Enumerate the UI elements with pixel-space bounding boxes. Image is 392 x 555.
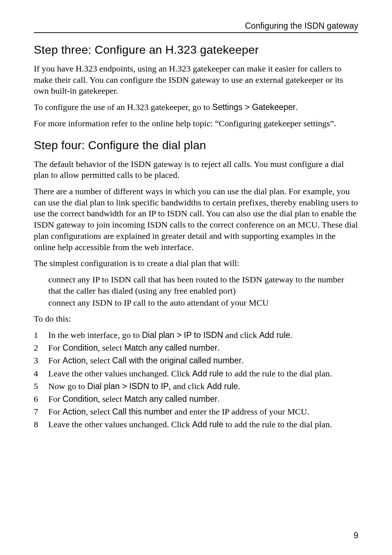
text-run: . bbox=[238, 381, 240, 391]
ui-path-settings-gatekeeper: Settings > Gatekeeper bbox=[212, 102, 296, 112]
text-run: Now go to bbox=[48, 381, 87, 391]
ui-label-add-rule: Add rule bbox=[259, 330, 290, 340]
ui-label-add-rule: Add rule bbox=[207, 381, 238, 391]
text-run: and enter the IP address of your MCU. bbox=[172, 407, 309, 416]
text-run: Leave the other values unchanged. Click bbox=[48, 369, 192, 378]
text-run: Leave the other values unchanged. Click bbox=[48, 420, 192, 429]
text-run: To configure the use of an H.323 gatekee… bbox=[34, 102, 212, 112]
text-run: For bbox=[48, 394, 62, 404]
text-run: , select bbox=[86, 356, 112, 365]
ui-label-add-rule: Add rule bbox=[192, 369, 224, 378]
step-item: In the web interface, go to Dial plan > … bbox=[34, 330, 358, 341]
text-run: , select bbox=[98, 343, 124, 352]
step-item: For Condition, select Match any called n… bbox=[34, 342, 358, 354]
heading-step-three: Step three: Configure an H.323 gatekeepe… bbox=[34, 43, 358, 57]
step-item: Leave the other values unchanged. Click … bbox=[34, 368, 358, 379]
ui-path-dial-plan-isdn-to-ip: Dial plan > ISDN to IP bbox=[87, 381, 168, 391]
numbered-steps: In the web interface, go to Dial plan > … bbox=[34, 330, 358, 430]
ui-label-call-original-number: Call with the original called number bbox=[112, 356, 242, 365]
body-text: There are a number of different ways in … bbox=[34, 186, 358, 253]
heading-step-four: Step four: Configure the dial plan bbox=[34, 139, 358, 152]
text-run: In the web interface, go to bbox=[48, 330, 142, 340]
text-run: . bbox=[242, 356, 244, 365]
text-run: and click bbox=[223, 330, 259, 340]
step-item: For Action, select Call with the origina… bbox=[34, 355, 358, 366]
body-text: To configure the use of an H.323 gatekee… bbox=[34, 102, 358, 113]
document-page: Configuring the ISDN gateway Step three:… bbox=[0, 0, 392, 555]
step-item: Now go to Dial plan > ISDN to IP, and cl… bbox=[34, 381, 358, 392]
text-run: . bbox=[290, 330, 293, 340]
header-rule bbox=[34, 32, 358, 33]
page-number: 9 bbox=[354, 531, 358, 540]
text-run: , select bbox=[86, 407, 112, 416]
bullet-block: connect any IP to ISDN call that has bee… bbox=[48, 274, 358, 308]
step-item: For Condition, select Match any called n… bbox=[34, 393, 358, 405]
list-item: connect any ISDN to IP call to the auto … bbox=[48, 297, 358, 309]
text-run: For bbox=[48, 343, 62, 352]
ui-label-match-any-called-number: Match any called number bbox=[124, 394, 217, 404]
ui-label-condition: Condition bbox=[62, 394, 98, 404]
ui-label-call-this-number: Call this number bbox=[112, 407, 172, 416]
list-item: connect any IP to ISDN call that has bee… bbox=[48, 274, 358, 296]
body-text: The simplest configuration is to create … bbox=[34, 258, 358, 269]
text-run: . bbox=[295, 102, 298, 112]
step-item: Leave the other values unchanged. Click … bbox=[34, 419, 358, 430]
body-text: If you have H.323 endpoints, using an H.… bbox=[34, 63, 358, 97]
ui-label-condition: Condition bbox=[62, 343, 98, 352]
ui-label-match-any-called-number: Match any called number bbox=[124, 343, 217, 352]
running-header: Configuring the ISDN gateway bbox=[34, 21, 358, 32]
body-text: The default behavior of the ISDN gateway… bbox=[34, 159, 358, 181]
text-run: , and click bbox=[169, 381, 207, 391]
body-text: To do this: bbox=[34, 313, 358, 325]
text-run: , select bbox=[98, 394, 124, 404]
ui-label-add-rule: Add rule bbox=[192, 420, 224, 429]
text-run: For bbox=[48, 356, 62, 365]
text-run: For bbox=[48, 407, 62, 416]
ui-path-dial-plan-ip-to-isdn: Dial plan > IP to ISDN bbox=[142, 330, 223, 340]
text-run: . bbox=[217, 343, 220, 352]
body-text: For more information refer to the online… bbox=[34, 118, 358, 129]
text-run: to add the rule to the dial plan. bbox=[223, 420, 332, 429]
step-item: For Action, select Call this number and … bbox=[34, 406, 358, 417]
text-run: to add the rule to the dial plan. bbox=[223, 369, 332, 378]
text-run: . bbox=[217, 394, 220, 404]
ui-label-action: Action bbox=[62, 407, 86, 416]
ui-label-action: Action bbox=[62, 356, 86, 365]
